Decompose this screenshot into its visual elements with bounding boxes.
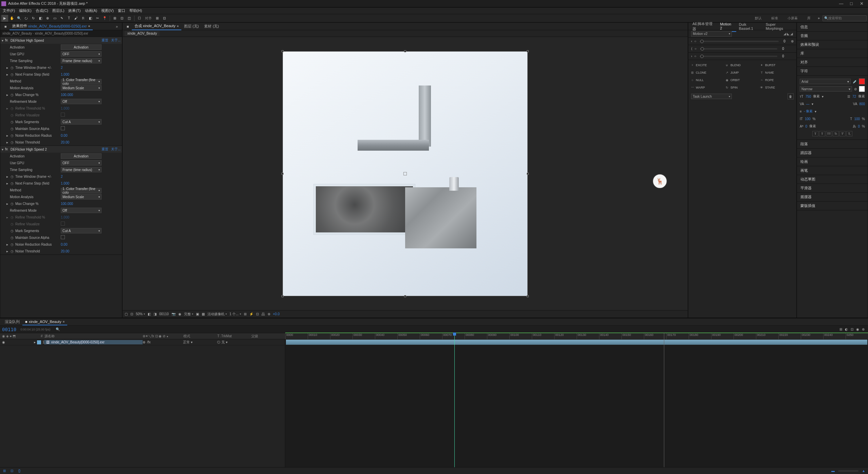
visibility-toggle[interactable]: ◉ bbox=[2, 340, 6, 344]
prop-dropdown[interactable]: Medium Scale▾ bbox=[61, 85, 102, 91]
motion-jump-button[interactable]: ↗JUMP bbox=[725, 69, 760, 76]
panel-header-平滑器[interactable]: 平滑器 bbox=[797, 184, 868, 193]
tl-opt1-icon[interactable]: ⊞ bbox=[839, 327, 842, 331]
resolution-dropdown[interactable]: 完整▾ bbox=[184, 312, 193, 317]
transform-handle[interactable] bbox=[282, 173, 284, 175]
panel-header-效果和预设[interactable]: 效果和预设 bbox=[797, 40, 868, 49]
workspace-menu-icon[interactable]: » bbox=[815, 15, 822, 22]
workspace-item[interactable]: 标准 bbox=[766, 16, 783, 21]
anchor-center-icon[interactable]: ⊕ bbox=[791, 39, 794, 43]
comp-icon-tab[interactable]: ■ bbox=[124, 23, 132, 30]
orbit-tool[interactable]: ⭮ bbox=[23, 15, 30, 22]
prop-checkbox[interactable] bbox=[61, 113, 65, 117]
prop-twirl-icon[interactable]: ▸ bbox=[6, 175, 10, 178]
playhead[interactable] bbox=[454, 333, 455, 474]
prop-value[interactable]: 100.000 bbox=[61, 202, 73, 206]
font-family-dropdown[interactable]: Arial▾ bbox=[800, 79, 851, 84]
prop-twirl-icon[interactable]: ▸ bbox=[6, 140, 10, 144]
stroke-color-swatch[interactable] bbox=[859, 86, 865, 92]
zoom-dropdown[interactable]: 50%▾ bbox=[136, 312, 145, 316]
motion-spin-button[interactable]: ↻SPIN bbox=[725, 84, 760, 91]
minimize-button[interactable]: — bbox=[836, 1, 846, 6]
transform-handle[interactable] bbox=[282, 50, 284, 52]
stopwatch-icon[interactable]: ◷ bbox=[10, 222, 14, 226]
effect-controls-tab[interactable]: 效果控件 xinde_AOV_Beauty[0000-0250].exr ≡ bbox=[10, 22, 93, 30]
prop-value[interactable]: 20.00 bbox=[61, 249, 69, 253]
viewer-canvas[interactable] bbox=[283, 52, 527, 296]
tl-opt3-icon[interactable]: ⊡ bbox=[851, 327, 853, 331]
tracking-value[interactable]: 800 bbox=[859, 102, 865, 106]
panel-header-动态草图[interactable]: 动态草图 bbox=[797, 175, 868, 184]
prop-button[interactable]: Activation bbox=[61, 153, 102, 159]
kerning-value[interactable]: — bbox=[806, 102, 810, 106]
workspace-item[interactable]: 默认 bbox=[750, 16, 766, 21]
stopwatch-icon[interactable]: ◷ bbox=[10, 127, 14, 131]
prop-value[interactable]: 1.000 bbox=[61, 215, 69, 219]
motion-clone-button[interactable]: ⊞CLONE bbox=[690, 69, 725, 76]
eyedropper-icon[interactable]: 💉 bbox=[853, 80, 857, 83]
render-queue-tab[interactable]: 渲染队列 bbox=[2, 318, 22, 325]
twirl-icon[interactable]: ▸ bbox=[34, 340, 36, 344]
resolution-half-icon[interactable]: ◧ bbox=[148, 312, 151, 316]
transform-handle[interactable] bbox=[527, 173, 529, 175]
prop-twirl-icon[interactable]: ▸ bbox=[6, 134, 10, 137]
stopwatch-icon[interactable]: ◷ bbox=[10, 174, 14, 178]
stopwatch-icon[interactable]: ◷ bbox=[10, 242, 14, 246]
motion-rope-button[interactable]: ~ROPE bbox=[760, 76, 794, 84]
prop-checkbox[interactable] bbox=[61, 126, 65, 130]
prop-twirl-icon[interactable]: ▸ bbox=[6, 243, 10, 246]
anchor-point-icon[interactable] bbox=[403, 172, 407, 175]
menu-item[interactable]: 窗口 bbox=[116, 7, 127, 14]
help-search[interactable]: 🔍 bbox=[822, 15, 867, 21]
brush-tool[interactable]: 🖌 bbox=[73, 15, 79, 22]
tl-opt4-icon[interactable]: ◉ bbox=[856, 327, 859, 331]
prop-value[interactable]: 2 bbox=[61, 175, 63, 178]
transform-handle[interactable] bbox=[404, 50, 406, 52]
panel-header-蒙版插值[interactable]: 蒙版插值 bbox=[797, 202, 868, 210]
shape-tool[interactable]: ▭ bbox=[51, 15, 58, 22]
workspace-item[interactable]: 小屏幕 bbox=[783, 16, 802, 21]
prop-dropdown[interactable]: Cut A▾ bbox=[61, 228, 102, 233]
no-stroke-icon[interactable]: ⊘ bbox=[854, 87, 857, 91]
prop-value[interactable]: 1.000 bbox=[61, 107, 69, 110]
stopwatch-icon[interactable]: ◷ bbox=[10, 113, 14, 117]
prop-dropdown[interactable]: 1. Color Transfer (fine colo▾ bbox=[61, 79, 102, 84]
transform-handle[interactable] bbox=[527, 50, 529, 52]
transparency-grid-icon[interactable]: ▦ bbox=[202, 312, 205, 316]
layer-row[interactable]: ◉ ▸ 1 🖼xinde_AOV_Beauty[0000-0250].exr ⊕… bbox=[0, 339, 285, 345]
trkmat-dropdown[interactable]: ◎ 无 ▾ bbox=[217, 340, 228, 344]
prop-dropdown[interactable]: OFF▾ bbox=[61, 51, 102, 57]
motion-orbit-button[interactable]: ◉ORBIT bbox=[725, 76, 760, 84]
world-axis-icon[interactable]: ⊡ bbox=[119, 15, 125, 22]
prop-dropdown[interactable]: Frame (time radius)▾ bbox=[61, 167, 102, 172]
resolution-quarter-icon[interactable]: ◨ bbox=[153, 312, 157, 316]
camera-tool[interactable]: ◧ bbox=[37, 15, 44, 22]
fx-name[interactable]: DEFlicker High Speed bbox=[11, 39, 102, 42]
stopwatch-icon[interactable]: ◷ bbox=[10, 215, 14, 219]
stopwatch-icon[interactable]: ◷ bbox=[10, 249, 14, 253]
camera-dropdown[interactable]: 活动摄像机▾ bbox=[207, 312, 227, 317]
comp-subtab[interactable]: xinde_AOV_Beauty bbox=[125, 31, 160, 36]
slider-value[interactable]: 0 bbox=[781, 54, 785, 58]
prop-checkbox[interactable] bbox=[61, 222, 65, 226]
rotate-tool[interactable]: ↻ bbox=[30, 15, 37, 22]
snap-opt1-icon[interactable]: ⊞ bbox=[154, 15, 161, 22]
transform-handle[interactable] bbox=[527, 295, 529, 297]
stopwatch-icon[interactable]: ◷ bbox=[10, 202, 14, 206]
menu-item[interactable]: 图层(L) bbox=[50, 7, 66, 14]
prop-twirl-icon[interactable]: ▸ bbox=[6, 182, 10, 185]
task-launch-dropdown[interactable]: Task Launch▾ bbox=[691, 94, 732, 99]
prop-value[interactable]: 100.000 bbox=[61, 93, 73, 97]
toggle-modes-icon[interactable]: ⊡ bbox=[10, 469, 14, 473]
menu-item[interactable]: 编辑(E) bbox=[17, 7, 34, 14]
duik-tab[interactable]: Duik Bassel.1 bbox=[736, 21, 763, 32]
slider-knob-icon[interactable]: ○ bbox=[694, 54, 696, 58]
view-axis-icon[interactable]: ◫ bbox=[126, 15, 132, 22]
tsume-value[interactable]: 0 bbox=[858, 125, 860, 128]
prop-dropdown[interactable]: Frame (time radius)▾ bbox=[61, 58, 102, 63]
prop-value[interactable]: 1.000 bbox=[61, 182, 69, 185]
snapshot-icon[interactable]: 📷 bbox=[171, 312, 176, 316]
menu-item[interactable]: 动画(A) bbox=[83, 7, 100, 14]
stopwatch-icon[interactable]: ◷ bbox=[10, 65, 14, 70]
reset-exposure-icon[interactable]: ⊛ bbox=[268, 312, 270, 316]
